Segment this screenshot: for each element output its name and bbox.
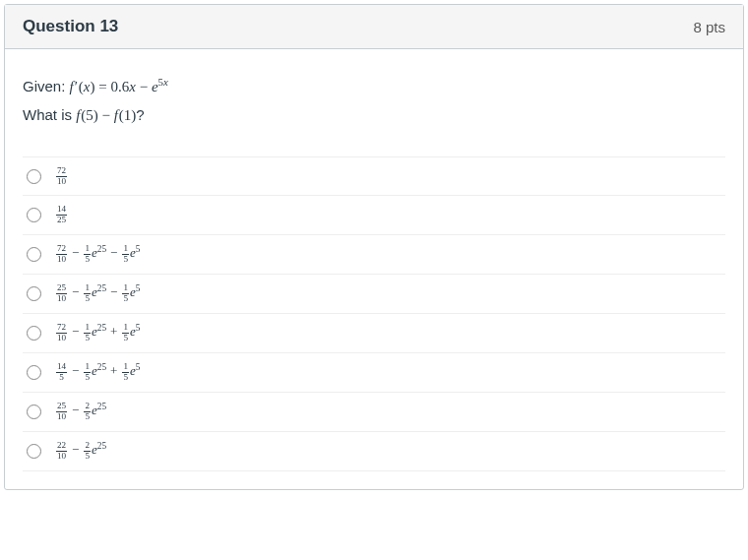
prompt-math: f (5) − f (1) <box>76 106 136 123</box>
prompt-line-1: Given: f ′ (x) = 0.6x − e5x <box>23 73 725 101</box>
answer-option[interactable]: 7210−15e25−15e5 <box>23 235 725 275</box>
answer-label: 2210−25e25 <box>55 441 106 461</box>
answer-option[interactable]: 2210−25e25 <box>23 432 725 471</box>
prompt-text: Given: <box>23 78 70 94</box>
answer-label: 1425 <box>55 205 68 224</box>
prompt-text: ? <box>136 106 144 123</box>
answer-radio[interactable] <box>27 247 41 262</box>
answer-radio[interactable] <box>27 365 41 380</box>
answer-radio[interactable] <box>27 169 41 184</box>
answer-radio[interactable] <box>27 404 41 419</box>
answer-option[interactable]: 7210−15e25+15e5 <box>23 314 725 353</box>
answer-options: 7210 1425 7210−15e25−15e5 2510−15e25−15e… <box>23 156 725 471</box>
answer-radio[interactable] <box>27 286 41 301</box>
answer-option[interactable]: 145−15e25+15e5 <box>23 353 725 393</box>
answer-radio[interactable] <box>27 326 41 341</box>
answer-option[interactable]: 1425 <box>23 196 725 235</box>
answer-label: 7210−15e25+15e5 <box>55 323 140 342</box>
question-points: 8 pts <box>693 19 725 35</box>
answer-radio[interactable] <box>27 208 41 222</box>
answer-option[interactable]: 2510−15e25−15e5 <box>23 275 725 314</box>
answer-label: 145−15e25+15e5 <box>55 362 140 382</box>
answer-option[interactable]: 7210 <box>23 156 725 196</box>
prompt-math: f ′ (x) = 0.6x − e5x <box>70 78 168 94</box>
question-title: Question 13 <box>23 17 118 36</box>
question-header: Question 13 8 pts <box>5 5 743 49</box>
answer-label: 2510−15e25−15e5 <box>55 283 140 303</box>
prompt-line-2: What is f (5) − f (1)? <box>23 101 725 130</box>
answer-label: 7210 <box>55 166 68 186</box>
question-card: Question 13 8 pts Given: f ′ (x) = 0.6x … <box>4 4 744 490</box>
answer-label: 7210−15e25−15e5 <box>55 244 140 264</box>
question-prompt: Given: f ′ (x) = 0.6x − e5x What is f (5… <box>23 73 725 129</box>
prompt-text: What is <box>23 106 76 123</box>
answer-label: 2510−25e25 <box>55 402 106 421</box>
answer-option[interactable]: 2510−25e25 <box>23 393 725 432</box>
answer-radio[interactable] <box>27 444 41 459</box>
question-body: Given: f ′ (x) = 0.6x − e5x What is f (5… <box>5 49 743 489</box>
